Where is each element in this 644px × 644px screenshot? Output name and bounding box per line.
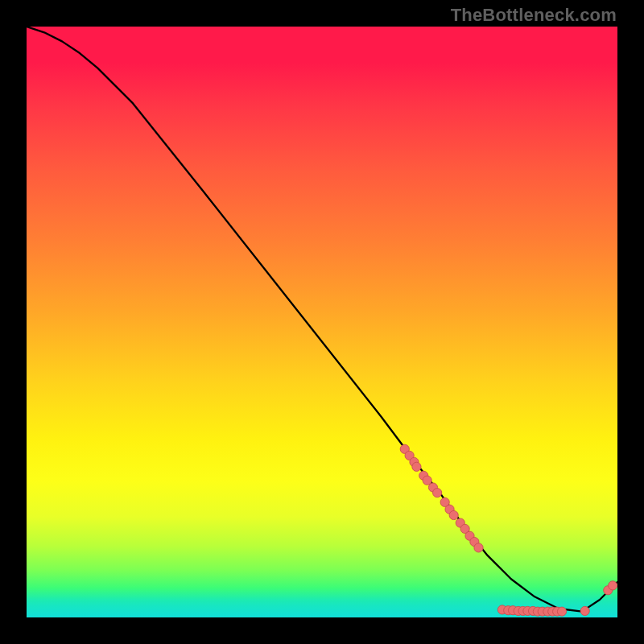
chart-stage: TheBottleneck.com bbox=[0, 0, 644, 644]
plot-area bbox=[27, 27, 617, 617]
data-point bbox=[412, 462, 421, 471]
bottleneck-curve bbox=[27, 27, 617, 612]
data-point bbox=[433, 489, 442, 497]
data-point bbox=[557, 607, 566, 616]
data-point bbox=[609, 581, 617, 590]
data-point bbox=[580, 606, 589, 615]
watermark-text: TheBottleneck.com bbox=[451, 5, 617, 26]
chart-svg bbox=[27, 27, 617, 617]
data-point bbox=[449, 510, 458, 519]
data-points bbox=[400, 444, 617, 616]
data-point bbox=[474, 543, 483, 552]
